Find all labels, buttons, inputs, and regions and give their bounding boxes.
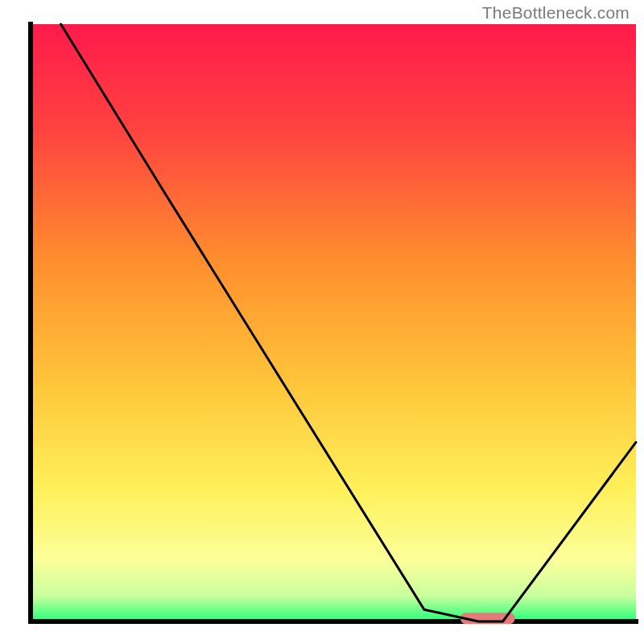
- chart-background: [31, 24, 636, 620]
- bottleneck-chart: [0, 0, 644, 644]
- chart-container: TheBottleneck.com: [0, 0, 644, 644]
- watermark-text: TheBottleneck.com: [482, 3, 630, 23]
